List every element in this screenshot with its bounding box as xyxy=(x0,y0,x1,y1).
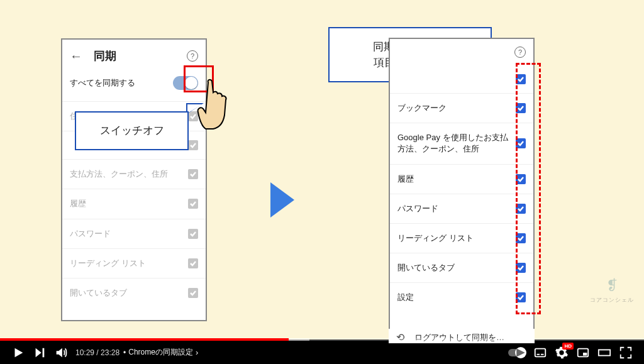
chevron-right-icon: › xyxy=(196,348,198,357)
svg-rect-4 xyxy=(583,353,587,356)
list-item: 支払方法、クーポン、住所 xyxy=(62,159,206,189)
item-label: パスワード xyxy=(397,203,516,214)
list-item: リーディング リスト xyxy=(62,248,206,278)
highlight-checkboxes-box xyxy=(516,63,541,314)
autoplay-toggle[interactable] xyxy=(504,341,530,364)
item-label: Google Pay を使用したお支払方法、クーポン、住所 xyxy=(397,132,516,155)
player-controls: 10:29 / 23:28 • Chromeの同期設定 › HD xyxy=(0,341,644,364)
time-duration: 23:28 xyxy=(101,348,119,357)
list-item: パスワード xyxy=(62,219,206,248)
arrow-right-icon xyxy=(270,182,294,218)
video-content: ← 同期 ? すべてを同期する 住所やその他の… 支払方法、クーポン、住所 履歴… xyxy=(0,0,644,339)
help-icon[interactable]: ? xyxy=(514,47,526,58)
item-label: 開いているタブ xyxy=(70,287,188,299)
channel-watermark: ❡ コアコンシェル xyxy=(590,277,634,304)
settings-button[interactable]: HD xyxy=(551,341,572,364)
list-item: 履歴 xyxy=(390,164,533,194)
watermark-icon: ❡ xyxy=(606,277,618,294)
svg-rect-2 xyxy=(541,353,544,355)
time-display: 10:29 / 23:28 xyxy=(75,348,119,357)
item-label: ブックマーク xyxy=(397,102,516,114)
checkbox-icon xyxy=(188,258,198,268)
list-item: 開いているタブ xyxy=(62,278,206,307)
watermark-text: コアコンシェル xyxy=(590,296,634,304)
chapter-title: Chromeの同期設定 xyxy=(128,347,193,358)
panel-title: 同期 xyxy=(94,48,187,63)
svg-rect-1 xyxy=(537,353,540,355)
item-label: リーディング リスト xyxy=(70,258,188,269)
item-label: 開いているタブ xyxy=(397,262,516,273)
subtitles-button[interactable] xyxy=(530,341,551,364)
checkbox-icon xyxy=(188,288,198,298)
list-item: 設定 xyxy=(390,282,533,312)
list-item: リーディング リスト xyxy=(390,223,533,253)
next-button[interactable] xyxy=(29,341,50,364)
item-label: パスワード xyxy=(70,228,188,240)
help-icon[interactable]: ? xyxy=(187,50,198,62)
list-item: 履歴 xyxy=(62,189,206,218)
back-arrow-icon[interactable]: ← xyxy=(70,49,82,63)
svg-rect-0 xyxy=(535,348,546,356)
chapter-button[interactable]: • Chromeの同期設定 › xyxy=(123,347,198,358)
hd-badge: HD xyxy=(562,343,574,350)
checkbox-icon xyxy=(188,229,198,239)
item-label: 設定 xyxy=(397,292,516,303)
callout-pointer xyxy=(186,103,204,114)
item-label: 履歴 xyxy=(70,198,188,209)
miniplayer-button[interactable] xyxy=(572,341,594,364)
label-sync-all: すべてを同期する xyxy=(70,77,173,89)
theater-button[interactable] xyxy=(594,341,615,364)
panel-header: ? xyxy=(390,39,533,65)
checkbox-icon xyxy=(188,199,198,209)
checkbox-icon xyxy=(188,140,198,150)
sync-panel-after: ? ブックマーク Google Pay を使用したお支払方法、クーポン、住所 履… xyxy=(389,38,535,338)
list-item: パスワード xyxy=(390,194,533,223)
list-item xyxy=(390,65,533,93)
list-item: Google Pay を使用したお支払方法、クーポン、住所 xyxy=(390,123,533,163)
time-current: 10:29 xyxy=(75,348,94,357)
volume-button[interactable] xyxy=(50,341,72,364)
play-button[interactable] xyxy=(8,341,29,364)
item-label: 履歴 xyxy=(397,174,516,185)
list-item: 開いているタブ xyxy=(390,253,533,282)
fullscreen-button[interactable] xyxy=(615,341,636,364)
callout-text: スイッチオフ xyxy=(100,123,164,139)
svg-rect-5 xyxy=(599,350,610,355)
checkbox-icon xyxy=(188,169,198,179)
callout-switch-off: スイッチオフ xyxy=(75,111,189,150)
list-item: ブックマーク xyxy=(390,93,533,123)
item-label: 支払方法、クーポン、住所 xyxy=(70,168,188,180)
item-label: リーディング リスト xyxy=(397,233,516,244)
